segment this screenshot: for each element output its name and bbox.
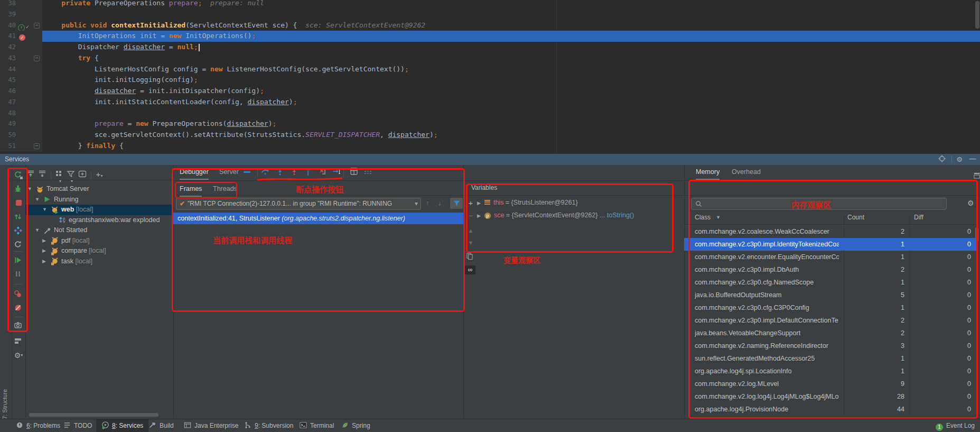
status-item-todo[interactable]: TODO bbox=[63, 419, 92, 432]
update-application-icon[interactable] bbox=[14, 226, 23, 236]
fold-marker-icon[interactable]: – bbox=[34, 143, 40, 149]
tree-item-compare[interactable]: ▶compare [local] bbox=[25, 246, 173, 256]
tab-frames[interactable]: Frames bbox=[180, 182, 202, 197]
chevron-down-icon[interactable]: ▼ bbox=[27, 184, 32, 195]
chevron-down-icon[interactable]: ▼ bbox=[35, 195, 40, 205]
fold-marker-icon[interactable]: – bbox=[34, 56, 40, 61]
tab-threads[interactable]: Threads bbox=[213, 182, 237, 196]
editor-gutter[interactable]: 38 bbox=[0, 0, 42, 9]
memory-class-row[interactable]: com.mchange.v2.log.log4j.Log4jMLog$Log4j… bbox=[684, 390, 976, 403]
target-icon[interactable] bbox=[938, 155, 947, 163]
tostring-link[interactable]: ... toString() bbox=[600, 212, 634, 219]
column-count[interactable]: Count bbox=[847, 214, 864, 221]
layout-icon[interactable] bbox=[14, 337, 23, 346]
step-out-icon[interactable] bbox=[304, 167, 313, 177]
memory-class-row[interactable]: org.apache.log4j.ProvisionNode440 bbox=[684, 403, 976, 416]
mute-breakpoints-icon[interactable] bbox=[14, 304, 23, 313]
rerun-icon[interactable] bbox=[14, 170, 23, 180]
resume-icon[interactable] bbox=[14, 256, 23, 265]
chevron-right-icon[interactable]: ▶ bbox=[42, 256, 46, 267]
thread-dump-icon[interactable] bbox=[14, 321, 23, 330]
layout-settings-icon[interactable] bbox=[243, 167, 253, 177]
evaluate-expression-icon[interactable] bbox=[350, 167, 359, 177]
pause-icon[interactable] bbox=[14, 270, 23, 279]
editor-scrollbar[interactable] bbox=[975, 1, 979, 29]
chevron-down-icon[interactable]: ▼ bbox=[42, 205, 47, 215]
stack-frame-row[interactable]: contextInitialized:41, StrutsListener (o… bbox=[173, 213, 463, 224]
memory-class-row[interactable]: com.mchange.v2.coalesce.WeakCcCoalescer2… bbox=[684, 225, 976, 238]
collapse-all-icon[interactable] bbox=[26, 170, 37, 179]
remove-watch-icon[interactable]: − bbox=[466, 212, 475, 220]
memory-class-row[interactable]: com.mchange.v2.c3p0.impl.IdentityTokeniz… bbox=[684, 238, 976, 251]
editor-gutter[interactable]: 43– bbox=[0, 53, 42, 64]
editor-gutter[interactable]: 46 bbox=[0, 86, 42, 97]
status-item-spring[interactable]: Spring bbox=[341, 419, 370, 432]
tab-memory[interactable]: Memory bbox=[696, 165, 720, 180]
memory-table-header[interactable]: Class ▼ Count Diff bbox=[684, 214, 976, 225]
tree-horizontal-scrollbar[interactable] bbox=[29, 413, 158, 417]
memory-scrollbar[interactable] bbox=[975, 227, 978, 242]
next-frame-icon[interactable]: ↓ bbox=[438, 199, 442, 207]
memory-class-row[interactable]: com.mchange.v2.naming.ReferenceIndirecto… bbox=[684, 339, 976, 352]
tree-item-task[interactable]: ▶task [local] bbox=[25, 256, 173, 267]
group-by-icon[interactable]: ▾ bbox=[55, 170, 66, 179]
status-item--services[interactable]: 8: Services bbox=[96, 419, 148, 432]
memory-settings-icon[interactable]: ⚙ bbox=[967, 199, 974, 207]
move-down-icon[interactable]: ▼ bbox=[466, 238, 475, 247]
run-to-cursor-icon[interactable] bbox=[332, 167, 342, 177]
force-step-into-icon[interactable] bbox=[290, 167, 300, 177]
memory-class-row[interactable]: java.beans.VetoableChangeSupport20 bbox=[684, 327, 976, 339]
settings-icon[interactable]: ⚙▾ bbox=[14, 351, 23, 360]
editor-gutter[interactable]: 47 bbox=[0, 97, 42, 108]
tree-item-egrantshanxiweb-war-exploded[interactable]: egrantshanxiweb:war exploded bbox=[25, 215, 173, 226]
chevron-right-icon[interactable]: ▶ bbox=[42, 236, 46, 246]
tree-item-tomcat-server[interactable]: ▼Tomcat Server bbox=[25, 184, 173, 195]
status-item-build[interactable]: Build bbox=[149, 419, 174, 432]
tool-stripe-structure[interactable]: 7: Structure bbox=[2, 389, 8, 419]
event-log-button[interactable]: 1Event Log bbox=[936, 419, 975, 432]
editor-gutter[interactable]: 39 bbox=[0, 9, 42, 20]
memory-class-row[interactable]: java.io.BufferedOutputStream50 bbox=[684, 289, 976, 301]
editor-gutter[interactable]: 45 bbox=[0, 75, 42, 86]
memory-class-row[interactable]: com.mchange.v2.c3p0.cfg.C3P0Config10 bbox=[684, 301, 976, 314]
move-up-icon[interactable]: ▲ bbox=[466, 226, 475, 235]
step-over-icon[interactable] bbox=[261, 167, 270, 177]
hide-library-frames-toggle[interactable] bbox=[450, 198, 463, 209]
fold-marker-icon[interactable]: – bbox=[34, 23, 40, 29]
editor-gutter[interactable]: 50 bbox=[0, 130, 42, 141]
new-tab-icon[interactable] bbox=[78, 170, 89, 179]
status-item--problems[interactable]: 6: Problems bbox=[16, 419, 60, 432]
show-watches-icon[interactable]: ∞ bbox=[465, 265, 475, 274]
column-class[interactable]: Class bbox=[695, 214, 711, 221]
editor-gutter[interactable]: 48 bbox=[0, 108, 42, 119]
tree-item-running[interactable]: ▼Running bbox=[25, 195, 173, 205]
debug-icon[interactable] bbox=[14, 185, 23, 194]
code-editor[interactable]: 38 private PrepareOperations prepare; pr… bbox=[0, 0, 980, 154]
stop-icon[interactable] bbox=[14, 198, 23, 208]
tab-server[interactable]: Server bbox=[219, 165, 239, 179]
tree-item-not-started[interactable]: ▼Not Started bbox=[25, 225, 173, 236]
tree-item-pdf[interactable]: ▶pdf [local] bbox=[25, 236, 173, 246]
tab-overhead[interactable]: Overhead bbox=[732, 165, 761, 179]
previous-frame-icon[interactable]: ↑ bbox=[426, 199, 430, 207]
restart-icon[interactable] bbox=[14, 213, 23, 222]
settings-icon[interactable]: ⚙ bbox=[955, 155, 964, 164]
memory-class-row[interactable]: com.mchange.v2.c3p0.cfg.NamedScope10 bbox=[684, 276, 976, 289]
editor-gutter[interactable]: 44 bbox=[0, 64, 42, 75]
tree-item-web[interactable]: ▼web [local] bbox=[25, 205, 173, 215]
step-into-icon[interactable] bbox=[276, 167, 285, 177]
chevron-right-icon[interactable]: ▶ bbox=[477, 200, 481, 206]
services-tree[interactable]: ▾▾+▾ ▼Tomcat Server▼Running▼web [local]e… bbox=[25, 165, 173, 418]
expand-all-icon[interactable] bbox=[38, 170, 49, 179]
chevron-right-icon[interactable]: ▶ bbox=[477, 213, 481, 218]
thread-dropdown[interactable]: ✔"RMI TCP Connection(2)-127.0.0.1... in … bbox=[176, 198, 421, 210]
memory-class-row[interactable]: com.mchange.v2.log.MLevel90 bbox=[684, 378, 976, 390]
copy-icon[interactable] bbox=[466, 253, 475, 261]
memory-class-row[interactable]: sun.reflect.GeneratedMethodAccessor2510 bbox=[684, 352, 976, 365]
memory-class-row[interactable]: com.mchange.v2.encounter.EqualityEncount… bbox=[684, 251, 976, 263]
trace-stream-icon[interactable] bbox=[363, 167, 373, 177]
view-breakpoints-icon[interactable] bbox=[14, 290, 23, 299]
editor-gutter[interactable]: 41✓ bbox=[0, 31, 42, 42]
tab-debugger[interactable]: Debugger bbox=[180, 165, 209, 180]
status-item-terminal[interactable]: Terminal bbox=[300, 419, 334, 432]
